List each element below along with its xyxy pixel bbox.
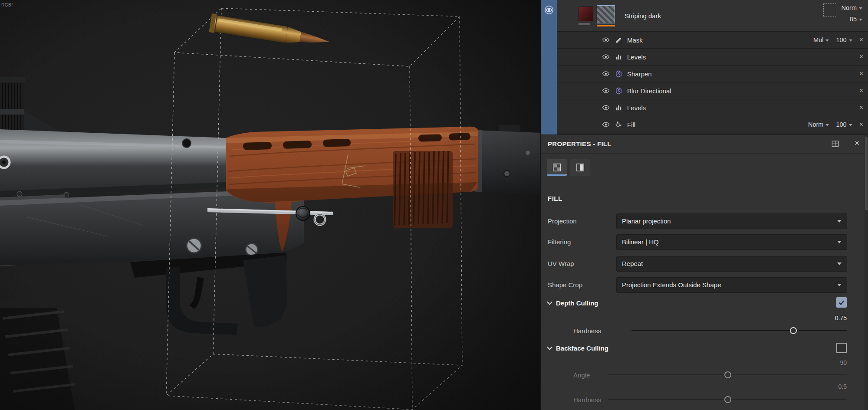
properties-panel: PROPERTIES - FILL × FILL Projection Plan… xyxy=(540,134,868,410)
effect-row-sharpen[interactable]: Sharpen × xyxy=(557,65,868,82)
depth-hardness-slider[interactable] xyxy=(631,327,847,334)
active-channel-bar xyxy=(597,25,615,26)
fill-section-title: FILL xyxy=(548,195,562,202)
viewport-3d[interactable]: RGBf xyxy=(0,0,540,410)
effect-blend-mode-dropdown[interactable]: Norm xyxy=(808,121,829,128)
effect-row-levels-2[interactable]: Levels × xyxy=(557,99,868,116)
slider-handle xyxy=(724,396,731,403)
layer-opacity-dropdown[interactable]: 85 xyxy=(850,16,862,23)
layer-list: Striping dark Norm 85 xyxy=(557,0,868,133)
backface-culling-checkbox[interactable] xyxy=(836,343,847,353)
effect-blend-mode-dropdown[interactable]: Mul xyxy=(813,36,829,43)
backface-angle-slider xyxy=(608,371,847,378)
substance-painter-window: RGBf Striping dark xyxy=(0,0,868,410)
effect-opacity-dropdown[interactable]: 100 xyxy=(836,36,852,43)
backface-hardness-slider xyxy=(608,396,847,403)
effect-opacity-dropdown[interactable]: 100 xyxy=(836,121,852,128)
tab-grayscale-mode[interactable] xyxy=(570,159,590,176)
panel-layout-icon[interactable] xyxy=(831,140,839,150)
slider-track[interactable] xyxy=(631,330,847,331)
effect-visibility-eye-icon[interactable] xyxy=(602,104,610,112)
filter-icon xyxy=(615,70,622,78)
slider-handle[interactable] xyxy=(790,327,797,334)
fill-mode-tabs xyxy=(547,159,590,176)
properties-title: PROPERTIES - FILL xyxy=(548,140,612,148)
slider-handle xyxy=(724,371,731,378)
chevron-down-icon xyxy=(825,39,829,42)
uv-wrap-label: UV Wrap xyxy=(548,260,574,267)
material-thumbnail-image[interactable] xyxy=(579,7,593,21)
depth-hardness-value[interactable]: 0.75 xyxy=(835,315,847,321)
layer-thumbnail[interactable] xyxy=(597,5,615,26)
shape-crop-select[interactable]: Projection Extends Outside Shape xyxy=(616,277,847,293)
chevron-down-icon xyxy=(825,124,829,126)
backface-hardness-label: Hardness xyxy=(573,396,601,403)
filtering-label: Filtering xyxy=(548,238,571,246)
scrollbar[interactable] xyxy=(865,135,868,410)
depth-hardness-label: Hardness xyxy=(573,327,601,335)
effect-row-levels[interactable]: Levels × xyxy=(557,48,868,65)
scrollbar-thumb[interactable] xyxy=(865,137,868,210)
projection-select[interactable]: Planar projection xyxy=(616,213,847,229)
remove-effect-button[interactable]: × xyxy=(859,121,863,128)
fill-bucket-icon xyxy=(615,121,622,128)
material-thumbnail-bar xyxy=(579,23,590,25)
properties-header: PROPERTIES - FILL × xyxy=(541,135,868,154)
backface-hardness-value: 0.5 xyxy=(838,383,847,390)
channel-indicator: RGBf xyxy=(1,3,13,7)
chevron-down-icon xyxy=(837,241,842,243)
remove-effect-button[interactable]: × xyxy=(859,70,863,77)
layer-visibility-eye-icon[interactable] xyxy=(544,5,554,16)
backface-culling-header[interactable]: Backface Culling xyxy=(547,344,608,352)
effect-visibility-eye-icon[interactable] xyxy=(602,36,610,44)
levels-icon xyxy=(615,53,622,61)
levels-icon xyxy=(615,104,622,112)
layer-thumbnail-image[interactable] xyxy=(597,5,615,23)
backface-angle-value: 90 xyxy=(840,359,847,366)
effect-row-mask[interactable]: Mask Mul 100 × xyxy=(557,31,868,48)
layer-name[interactable]: Striping dark xyxy=(625,12,661,20)
chevron-down-icon xyxy=(547,346,552,350)
remove-effect-button[interactable]: × xyxy=(859,104,863,111)
chevron-down-icon xyxy=(837,284,842,286)
effect-row-blur-directional[interactable]: Blur Directional × xyxy=(557,82,868,99)
chevron-down-icon xyxy=(849,124,852,126)
check-icon xyxy=(838,298,845,306)
uv-wrap-select[interactable]: Repeat xyxy=(616,256,847,272)
layer-selection-strip[interactable] xyxy=(541,0,557,134)
chevron-down-icon xyxy=(849,39,852,42)
shape-crop-label: Shape Crop xyxy=(548,281,582,289)
depth-culling-checkbox[interactable] xyxy=(836,297,847,308)
chevron-down-icon xyxy=(547,301,552,305)
chevron-down-icon xyxy=(859,19,862,21)
remove-effect-button[interactable]: × xyxy=(859,87,863,94)
chevron-down-icon xyxy=(859,7,862,10)
material-thumbnail[interactable] xyxy=(579,7,593,25)
effect-visibility-eye-icon[interactable] xyxy=(602,53,610,61)
filter-icon xyxy=(615,87,622,95)
remove-effect-button[interactable]: × xyxy=(859,53,863,60)
tab-material-mode[interactable] xyxy=(547,159,567,176)
layers-panel: Striping dark Norm 85 xyxy=(540,0,868,134)
mask-slot[interactable] xyxy=(823,3,836,16)
effect-visibility-eye-icon[interactable] xyxy=(602,121,610,128)
backface-angle-label: Angle xyxy=(573,371,590,379)
close-panel-button[interactable]: × xyxy=(855,138,859,148)
chevron-down-icon xyxy=(837,262,842,265)
effect-visibility-eye-icon[interactable] xyxy=(602,70,610,78)
projection-label: Projection xyxy=(548,217,577,225)
effect-row-fill[interactable]: Fill Norm 100 × xyxy=(557,116,868,133)
layer-blend-mode-dropdown[interactable]: Norm xyxy=(842,4,862,11)
chevron-down-icon xyxy=(837,220,842,223)
pencil-icon xyxy=(615,36,622,44)
remove-effect-button[interactable]: × xyxy=(859,36,863,43)
effect-visibility-eye-icon[interactable] xyxy=(602,87,610,95)
layer-row-striping-dark[interactable]: Striping dark Norm 85 xyxy=(557,0,868,31)
depth-culling-header[interactable]: Depth Culling xyxy=(547,299,598,307)
viewport-scene xyxy=(0,0,540,410)
filtering-select[interactable]: Bilinear | HQ xyxy=(616,234,847,250)
